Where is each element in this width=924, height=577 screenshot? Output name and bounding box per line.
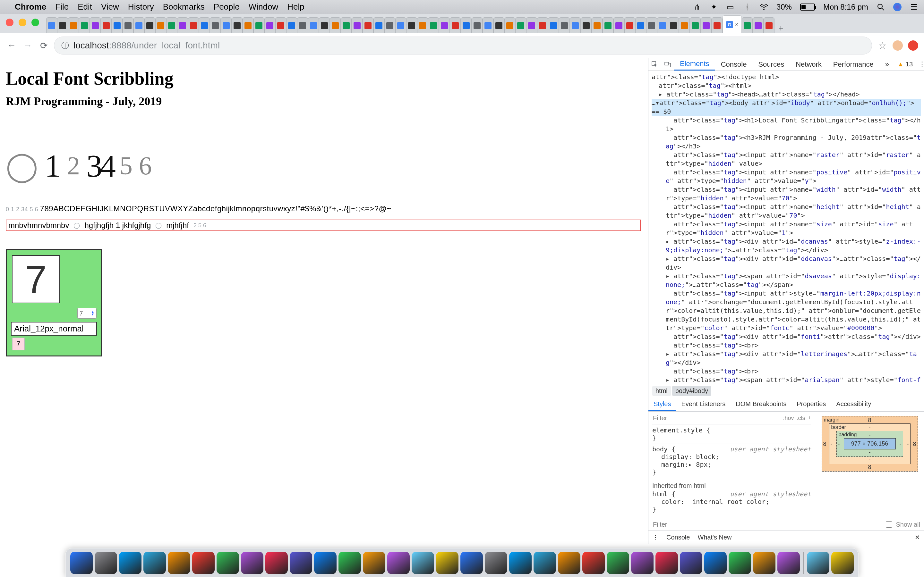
dock-app-folder[interactable] bbox=[807, 552, 829, 574]
glyph-canvas[interactable]: 7 bbox=[12, 255, 60, 303]
dom-tree-line[interactable]: attr">class="tag"><h1>Local Font Scribbl… bbox=[652, 116, 921, 133]
styles-filter-input[interactable] bbox=[652, 414, 697, 422]
bluetooth-icon[interactable]: ᚼ bbox=[743, 3, 751, 11]
menu-edit[interactable]: Edit bbox=[78, 2, 92, 12]
dom-tree-line[interactable]: attr">class="tag"><input attr">name="hei… bbox=[652, 203, 921, 220]
browser-tab[interactable] bbox=[68, 17, 79, 33]
subtab-event-listeners[interactable]: Event Listeners bbox=[676, 398, 730, 411]
dom-tree-line[interactable]: attr">class="tag"><input attr">name="ras… bbox=[652, 151, 921, 168]
browser-tab[interactable] bbox=[417, 17, 428, 33]
styles-rules[interactable]: :hov .cls + element.style { } user agent… bbox=[648, 412, 815, 518]
dock-app-facetime[interactable] bbox=[338, 552, 361, 574]
show-all-toggle[interactable]: Show all bbox=[885, 520, 920, 529]
dock-app-terminal[interactable] bbox=[436, 552, 459, 574]
browser-tab[interactable] bbox=[753, 17, 764, 33]
computed-filter-input[interactable] bbox=[652, 521, 697, 529]
glyph-stepper[interactable]: 7 ▲▼ bbox=[78, 308, 97, 319]
dock-app-mail[interactable] bbox=[144, 552, 166, 574]
dock-app-teams[interactable] bbox=[729, 552, 751, 574]
bookmark-star-icon[interactable]: ☆ bbox=[877, 40, 888, 51]
window-minimize-button[interactable] bbox=[19, 19, 26, 26]
subtab-dom-breakpoints[interactable]: DOM Breakpoints bbox=[730, 398, 792, 411]
browser-tab[interactable] bbox=[308, 17, 319, 33]
elements-dom-tree[interactable]: attr">class="tag"><!doctype html>attr">c… bbox=[648, 71, 924, 384]
menu-bookmarks[interactable]: Bookmarks bbox=[163, 2, 205, 12]
profile-avatar-icon[interactable] bbox=[893, 40, 903, 51]
browser-tab[interactable] bbox=[679, 17, 690, 33]
browser-tab[interactable] bbox=[428, 17, 439, 33]
browser-tab[interactable] bbox=[254, 17, 264, 33]
dock-app-zoom[interactable] bbox=[753, 552, 775, 574]
browser-tab[interactable] bbox=[668, 17, 679, 33]
font-label[interactable]: Arial_12px_normal bbox=[11, 322, 97, 335]
dock-app-excel[interactable] bbox=[680, 552, 702, 574]
dock-app-launchpad[interactable] bbox=[95, 552, 117, 574]
browser-tab[interactable] bbox=[742, 17, 753, 33]
browser-tab[interactable] bbox=[483, 17, 493, 33]
browser-tab[interactable] bbox=[493, 17, 504, 33]
notification-center-icon[interactable]: ☰ bbox=[910, 3, 918, 11]
browser-tab[interactable] bbox=[624, 17, 635, 33]
devtools-warnings[interactable]: ▲ 13 bbox=[895, 61, 915, 68]
browser-tab[interactable] bbox=[155, 17, 166, 33]
dom-tree-line[interactable]: ▸ attr">class="tag"><span attr">id="aria… bbox=[652, 376, 921, 384]
extension-icon[interactable] bbox=[908, 40, 918, 51]
browser-tab[interactable] bbox=[177, 17, 188, 33]
device-toolbar-icon[interactable] bbox=[661, 58, 674, 71]
tab-performance[interactable]: Performance bbox=[827, 58, 879, 71]
wifi-icon[interactable] bbox=[760, 3, 768, 11]
tab-elements[interactable]: Elements bbox=[674, 58, 715, 71]
browser-tab[interactable] bbox=[635, 17, 646, 33]
browser-tab[interactable] bbox=[439, 17, 450, 33]
dom-tree-line[interactable]: ▸ attr">class="tag"><div attr">id="ddcan… bbox=[652, 255, 921, 272]
tab-network[interactable]: Network bbox=[790, 58, 827, 71]
browser-tab[interactable] bbox=[57, 17, 68, 33]
dom-tree-line[interactable]: ▸ attr">class="tag"><div attr">id="lette… bbox=[652, 350, 921, 367]
cls-toggle[interactable]: .cls bbox=[796, 415, 805, 422]
dom-tree-line[interactable]: attr">class="tag"><!doctype html> bbox=[652, 73, 921, 81]
dock-app-vscode[interactable] bbox=[460, 552, 483, 574]
browser-tab[interactable] bbox=[352, 17, 363, 33]
inspect-element-icon[interactable] bbox=[648, 58, 661, 71]
browser-tab[interactable] bbox=[450, 17, 461, 33]
browser-tab[interactable] bbox=[373, 17, 384, 33]
address-bar[interactable]: ⓘ localhost:8888/under_local_font.html bbox=[54, 37, 872, 55]
new-tab-button[interactable]: + bbox=[774, 23, 787, 33]
browser-tab[interactable] bbox=[341, 17, 352, 33]
browser-tab[interactable] bbox=[221, 17, 232, 33]
drawer-close-icon[interactable]: ✕ bbox=[915, 533, 920, 541]
browser-tab[interactable] bbox=[188, 17, 199, 33]
dom-tree-line[interactable]: ▸ attr">class="tag"><div attr">id="dcanv… bbox=[652, 237, 921, 255]
dom-tree-line[interactable]: attr">class="tag"><div attr">id="fonti">… bbox=[652, 332, 921, 341]
browser-tab[interactable] bbox=[46, 17, 57, 33]
browser-tab[interactable] bbox=[232, 17, 242, 33]
browser-tab[interactable] bbox=[764, 17, 774, 33]
editable-text-box[interactable]: mnbvhmnvbmnbv ◯ hgfjhgfjh 1 jkhfgjhfg ◯ … bbox=[6, 219, 641, 231]
dock-app-itunes[interactable] bbox=[363, 552, 385, 574]
window-close-button[interactable] bbox=[6, 19, 13, 26]
browser-tab[interactable] bbox=[144, 17, 155, 33]
dom-tree-line[interactable]: attr">class="tag"><h3>RJM Programming - … bbox=[652, 133, 921, 151]
browser-tab[interactable] bbox=[581, 17, 591, 33]
browser-tab[interactable] bbox=[657, 17, 668, 33]
browser-tab[interactable] bbox=[242, 17, 254, 33]
browser-tab[interactable] bbox=[210, 17, 221, 33]
dom-tree-line[interactable]: attr">class="tag"><input attr">name="siz… bbox=[652, 220, 921, 237]
browser-tab[interactable] bbox=[515, 17, 526, 33]
dom-tree-line[interactable]: ▸ attr">class="tag"><head>…attr">class="… bbox=[652, 90, 921, 99]
site-info-icon[interactable]: ⓘ bbox=[61, 40, 69, 51]
browser-tab[interactable] bbox=[297, 17, 308, 33]
browser-tab[interactable] bbox=[591, 17, 603, 33]
reload-button[interactable]: ⟳ bbox=[38, 40, 49, 51]
menubar-app-name[interactable]: Chrome bbox=[15, 2, 46, 12]
browser-tab[interactable] bbox=[504, 17, 515, 33]
browser-tab[interactable] bbox=[166, 17, 177, 33]
browser-tab[interactable] bbox=[712, 17, 722, 33]
subtab-properties[interactable]: Properties bbox=[792, 398, 831, 411]
menubar-clock[interactable]: Mon 8:16 pm bbox=[823, 3, 868, 11]
dom-tree-line[interactable]: attr">class="tag"><input attr">name="wid… bbox=[652, 185, 921, 203]
drawer-tab-console[interactable]: Console bbox=[666, 534, 690, 541]
browser-tab[interactable] bbox=[395, 17, 406, 33]
breadcrumb-item[interactable]: html bbox=[652, 386, 671, 396]
browser-tab[interactable] bbox=[603, 17, 614, 33]
